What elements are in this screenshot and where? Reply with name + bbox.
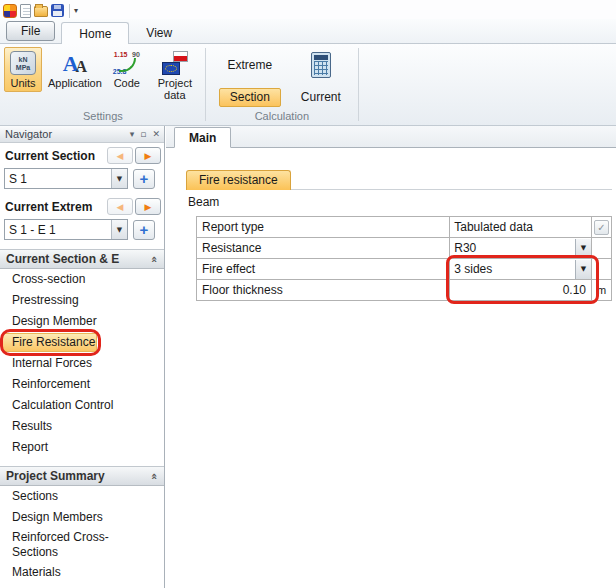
sidebar-item-materials[interactable]: Materials [0,562,164,583]
extreme-current-button[interactable]: Current [295,89,347,106]
code-button[interactable]: 1.15 25.8 90 Code [108,47,146,92]
application-icon: AA [63,51,87,75]
resistance-label: Resistance [197,238,450,259]
new-document-icon[interactable] [20,4,31,18]
main-area: Main Fire resistance Beam Report type Ta… [166,126,616,588]
file-menu-button[interactable]: File [6,21,55,41]
document-tab-row: Main [166,126,616,148]
panel-close-icon[interactable]: ✕ [152,129,160,139]
next-section-button[interactable]: ▶ [135,147,161,164]
fire-resistance-content: Fire resistance Beam Report type Tabulat… [166,148,616,301]
prev-section-button[interactable]: ◀ [107,147,133,164]
project-data-button[interactable]: Project data [148,47,202,104]
settings-group: kNMPa Units AA Application 1.15 25.8 90 … [2,44,204,125]
dropdown-arrow-icon[interactable]: ▼ [111,220,127,239]
panel-pin-icon[interactable]: ▫ [140,129,146,139]
sidebar-item-cross-section[interactable]: Cross-section [0,269,164,290]
panel-menu-icon[interactable]: ▾ [130,129,135,139]
floor-thickness-label: Floor thickness [197,280,450,301]
tab-main[interactable]: Main [174,127,231,148]
extreme-section-button[interactable]: Section [219,88,281,107]
qat-customize-dropdown-icon[interactable]: ▾ [69,4,80,18]
group-header-current-section[interactable]: Current Section & E « [0,249,164,269]
fire-effect-label: Fire effect [197,259,450,280]
sidebar-item-reinforced-cross-sections[interactable]: Reinforced Cross-Sections [0,528,164,562]
save-icon[interactable] [51,4,64,17]
sidebar-item-sections[interactable]: Sections [0,486,164,507]
sidebar-item-design-member[interactable]: Design Member [0,311,164,332]
code-icon: 1.15 25.8 90 [113,51,141,75]
ribbon-panel: kNMPa Units AA Application 1.15 25.8 90 … [0,44,616,126]
project-data-icon [162,51,188,75]
tab-home[interactable]: Home [61,22,129,44]
collapse-chevron-icon[interactable]: « [148,255,161,262]
calculation-group: Extreme Section Current Calculation [207,44,357,125]
sidebar-item-calculation-control[interactable]: Calculation Control [0,395,164,416]
settings-group-label: Settings [2,110,204,125]
resistance-dropdown[interactable]: R30 ▼ [450,239,591,258]
collapse-chevron-icon[interactable]: « [148,472,161,479]
navigator-title: Navigator [5,128,52,140]
current-extreme-label: Current Extrem [5,200,92,214]
units-icon: kNMPa [10,51,36,75]
sidebar-item-reinforcement[interactable]: Reinforcement [0,374,164,395]
next-extreme-button[interactable]: ▶ [135,198,161,215]
application-button[interactable]: AA Application [44,47,106,92]
report-type-label: Report type [197,217,450,238]
current-section-label: Current Section [5,149,95,163]
table-row: Fire effect 3 sides ▼ [197,259,612,280]
add-section-button[interactable]: + [133,169,155,189]
group-separator [205,48,206,121]
fire-resistance-tab[interactable]: Fire resistance [186,170,291,190]
extreme-label: Extreme [228,58,273,72]
beam-label: Beam [188,195,612,209]
sidebar-item-prestressing[interactable]: Prestressing [0,290,164,311]
table-row: Report type Tabulated data ✓ [197,217,612,238]
ribbon-tab-row: File Home View [0,19,616,44]
properties-table: Report type Tabulated data ✓ Resistance [196,216,612,301]
floor-thickness-input[interactable]: 0.10 [450,283,591,297]
project-data-label: Project data [152,77,198,101]
sidebar-item-results[interactable]: Results [0,416,164,437]
app-logo-icon[interactable] [3,4,17,18]
open-folder-icon[interactable] [34,6,48,17]
units-button[interactable]: kNMPa Units [4,47,42,92]
calculator-icon [311,52,331,78]
floor-thickness-unit: m [592,280,612,301]
sidebar-item-report[interactable]: Report [0,437,164,458]
prev-extreme-button[interactable]: ◀ [107,198,133,215]
group-header-project-summary[interactable]: Project Summary « [0,466,164,486]
current-section-select[interactable]: S 1 ▼ [4,168,128,189]
add-extreme-button[interactable]: + [133,220,155,240]
sidebar-item-internal-forces[interactable]: Internal Forces [0,353,164,374]
dropdown-arrow-icon[interactable]: ▼ [575,239,591,258]
group-separator [358,48,359,121]
code-label: Code [114,77,140,89]
sidebar-item-fire-resistance[interactable]: Fire Resistance [0,332,164,353]
table-row: Resistance R30 ▼ [197,238,612,259]
application-label: Application [48,77,102,89]
units-label: Units [10,77,35,89]
report-type-value[interactable]: Tabulated data [450,220,591,234]
quick-access-toolbar: ▾ [0,0,616,19]
check-icon[interactable]: ✓ [594,220,609,235]
current-extreme-select[interactable]: S 1 - E 1 ▼ [4,219,128,240]
table-row: Floor thickness 0.10 m [197,280,612,301]
sidebar-item-design-members[interactable]: Design Members [0,507,164,528]
dropdown-arrow-icon[interactable]: ▼ [575,260,591,279]
fire-effect-dropdown[interactable]: 3 sides ▼ [450,260,591,279]
calculation-group-label: Calculation [207,110,357,125]
navigator-panel: Navigator ▾ ▫ ✕ Current Section ◀ ▶ S 1 … [0,126,165,588]
dropdown-arrow-icon[interactable]: ▼ [111,169,127,188]
tab-view[interactable]: View [129,22,189,43]
